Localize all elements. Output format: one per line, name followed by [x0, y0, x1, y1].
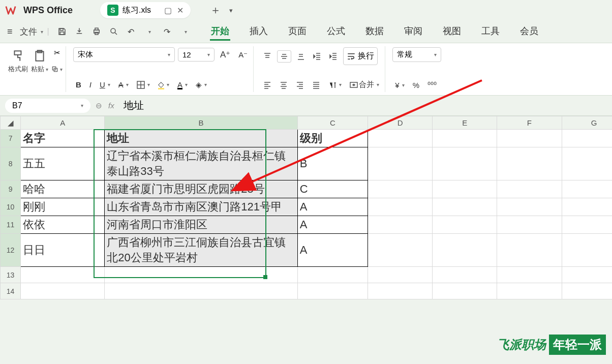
redo-dropdown-icon[interactable]: ▾	[179, 25, 193, 38]
save-icon[interactable]	[55, 25, 69, 38]
cell[interactable]	[497, 180, 562, 198]
cell[interactable]: 山东省青岛市市南区澳门路121号甲	[105, 198, 297, 216]
cell[interactable]	[562, 180, 612, 198]
increase-font-icon[interactable]: A⁺	[218, 48, 233, 62]
italic-button[interactable]: I	[87, 79, 94, 90]
cell[interactable]: A	[297, 198, 368, 216]
cancel-edit-icon[interactable]: ⊖	[96, 101, 102, 110]
tab-tools[interactable]: 工具	[480, 23, 501, 41]
cell[interactable]	[562, 283, 612, 299]
cell[interactable]	[562, 234, 612, 267]
strikethrough-button[interactable]: A▾	[116, 79, 131, 90]
align-right-icon[interactable]	[293, 79, 307, 90]
cell[interactable]	[105, 283, 297, 299]
cell[interactable]	[562, 147, 612, 180]
cell[interactable]	[433, 198, 497, 216]
cell[interactable]: 地址	[105, 130, 297, 147]
cell[interactable]	[368, 267, 432, 283]
indent-increase-icon[interactable]	[327, 51, 340, 62]
cell[interactable]: 级别	[297, 130, 368, 147]
format-painter-icon[interactable]	[11, 48, 26, 64]
decrease-font-icon[interactable]: A⁻	[236, 49, 250, 61]
cell[interactable]	[368, 130, 432, 147]
cell[interactable]	[368, 216, 432, 234]
cell[interactable]: 日日	[21, 234, 105, 267]
cell[interactable]	[368, 198, 432, 216]
undo-icon[interactable]: ↶	[125, 25, 138, 38]
row-header[interactable]: 12	[1, 234, 21, 267]
cell[interactable]	[368, 234, 432, 267]
cell[interactable]	[433, 130, 497, 147]
document-tab[interactable]: S 练习.xls ▢ ✕	[100, 2, 191, 18]
tab-review[interactable]: 审阅	[403, 23, 423, 41]
cell[interactable]: 五五	[21, 147, 105, 180]
cell[interactable]: B	[297, 147, 368, 180]
col-header-E[interactable]: E	[433, 116, 497, 130]
device-icon[interactable]: ▢	[164, 6, 172, 15]
number-format-select[interactable]: 常规▾	[392, 47, 441, 62]
formula-input[interactable]	[119, 99, 607, 112]
col-header-A[interactable]: A	[21, 116, 105, 130]
orientation-icon[interactable]: ▾	[326, 79, 344, 90]
valign-top-icon[interactable]	[261, 51, 274, 62]
cell[interactable]	[297, 283, 368, 299]
tab-member[interactable]: 会员	[519, 23, 539, 41]
cell[interactable]	[368, 147, 432, 180]
indent-decrease-icon[interactable]	[311, 51, 324, 62]
cell[interactable]: 刚刚	[21, 198, 105, 216]
redo-icon[interactable]: ↷	[161, 25, 174, 38]
align-left-icon[interactable]	[261, 79, 274, 90]
row-header[interactable]: 7	[1, 130, 21, 147]
cell[interactable]	[562, 198, 612, 216]
thousands-button[interactable]: ⁰⁰⁰	[425, 79, 439, 91]
cell[interactable]: 福建省厦门市思明区虎园路25号	[105, 180, 297, 198]
cell[interactable]	[21, 267, 105, 283]
percent-button[interactable]: %	[410, 79, 422, 91]
close-tab-icon[interactable]: ✕	[177, 6, 183, 15]
cut-icon[interactable]: ✂	[51, 47, 63, 58]
row-header[interactable]: 13	[1, 267, 21, 283]
tab-view[interactable]: 视图	[442, 23, 462, 41]
select-all-corner[interactable]: ◢	[1, 116, 21, 130]
border-button[interactable]: ▾	[134, 79, 152, 90]
cell[interactable]	[497, 130, 562, 147]
row-header[interactable]: 11	[1, 216, 21, 234]
underline-button[interactable]: U▾	[97, 79, 113, 90]
merge-button[interactable]: 合并▾	[347, 78, 382, 91]
cell[interactable]	[433, 267, 497, 283]
cell[interactable]	[497, 267, 562, 283]
font-family-select[interactable]: 宋体▾	[73, 47, 175, 62]
cell[interactable]	[562, 130, 612, 147]
cell[interactable]	[297, 267, 368, 283]
col-header-D[interactable]: D	[368, 116, 432, 130]
cell[interactable]: 广西省柳州市三江侗族自治县古宜镇北20公里处平岩村	[105, 234, 297, 267]
export-icon[interactable]	[73, 25, 86, 38]
col-header-G[interactable]: G	[562, 116, 612, 130]
cell[interactable]: 依依	[21, 216, 105, 234]
col-header-F[interactable]: F	[497, 116, 562, 130]
undo-dropdown-icon[interactable]: ▾	[143, 25, 157, 38]
cell[interactable]: 哈哈	[21, 180, 105, 198]
wrap-text-button[interactable]: 换行	[343, 47, 378, 65]
cell[interactable]	[497, 147, 562, 180]
cell[interactable]	[433, 234, 497, 267]
tab-page[interactable]: 页面	[287, 23, 308, 41]
grid[interactable]: ◢ A B C D E F G H 7 名字 地址 级别 8 五五 辽宁省本溪市…	[0, 116, 612, 299]
paste-icon[interactable]	[32, 48, 47, 64]
cell[interactable]	[497, 283, 562, 299]
col-header-B[interactable]: B	[105, 116, 297, 130]
cell[interactable]: 名字	[21, 130, 105, 147]
cell[interactable]: A	[297, 234, 368, 267]
cell[interactable]	[21, 283, 105, 299]
col-header-C[interactable]: C	[297, 116, 368, 130]
copy-icon[interactable]: ▾	[51, 64, 63, 75]
row-header[interactable]: 9	[1, 180, 21, 198]
fx-icon[interactable]: fx	[108, 101, 114, 110]
print-icon[interactable]	[90, 25, 103, 38]
valign-bottom-icon[interactable]	[294, 51, 308, 62]
tab-data[interactable]: 数据	[364, 23, 385, 41]
cell[interactable]: A	[297, 216, 368, 234]
cell[interactable]	[368, 283, 432, 299]
tab-formula[interactable]: 公式	[326, 23, 346, 41]
cell[interactable]	[497, 198, 562, 216]
